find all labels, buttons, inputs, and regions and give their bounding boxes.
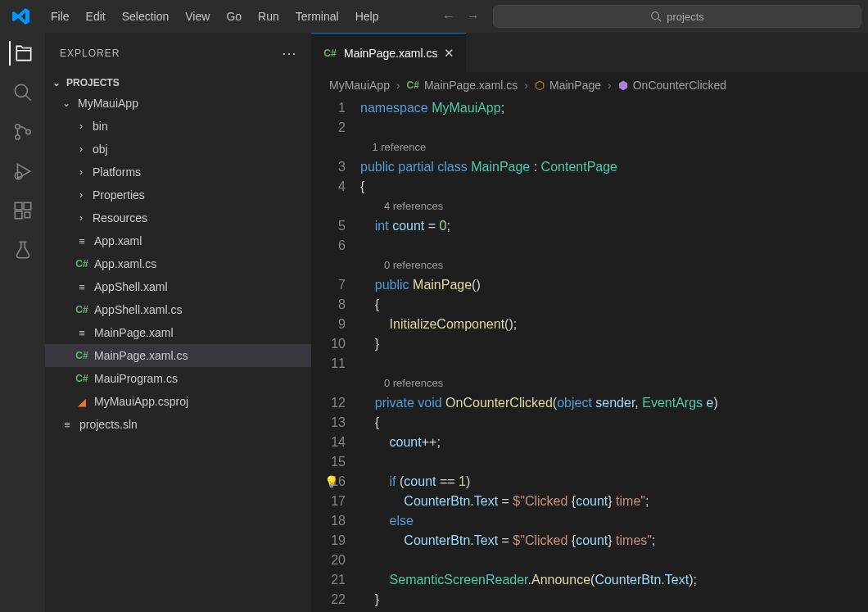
- code-line[interactable]: int count = 0;: [360, 216, 868, 236]
- folder-Properties[interactable]: ›Properties: [45, 184, 311, 206]
- activity-explorer-icon[interactable]: [9, 41, 35, 66]
- line-gutter: 1234567891011121314151617181920212223: [311, 98, 360, 612]
- svg-line-1: [658, 19, 662, 22]
- tree-label: App.xaml.cs: [94, 257, 156, 270]
- code-line[interactable]: else: [360, 511, 868, 531]
- activity-bar: [0, 33, 45, 612]
- menu-item-terminal[interactable]: Terminal: [287, 7, 347, 26]
- class-icon: ⬡: [535, 79, 545, 92]
- tree-label: obj: [93, 143, 108, 156]
- breadcrumb-item[interactable]: MyMauiApp: [329, 79, 390, 92]
- code-line[interactable]: }: [360, 334, 868, 354]
- method-icon: ⬢: [618, 79, 628, 92]
- code-line[interactable]: {: [360, 295, 868, 315]
- folder-obj[interactable]: ›obj: [45, 138, 311, 161]
- file-MainPage.xaml[interactable]: ≡MainPage.xaml: [45, 321, 311, 344]
- tree-label: AppShell.xaml.cs: [94, 303, 182, 316]
- code-line[interactable]: SemanticScreenReader.Announce(CounterBtn…: [360, 570, 868, 590]
- code-line[interactable]: [360, 551, 868, 570]
- menu-item-view[interactable]: View: [177, 7, 218, 26]
- codelens[interactable]: 4 references: [360, 197, 868, 216]
- activity-testing-icon[interactable]: [11, 238, 35, 262]
- file-MyMauiApp.csproj[interactable]: ◢MyMauiApp.csproj: [45, 390, 311, 413]
- codelens[interactable]: 0 references: [360, 256, 868, 275]
- code-line[interactable]: 💡 if (count == 1): [360, 472, 868, 492]
- tree-label: Properties: [93, 188, 145, 202]
- tree-label: MainPage.xaml.cs: [94, 349, 188, 362]
- explorer-section-header[interactable]: ⌄ PROJECTS: [45, 74, 311, 92]
- file-projects.sln[interactable]: ≡projects.sln: [45, 413, 311, 436]
- sidebar-more-icon[interactable]: ⋯: [282, 44, 296, 62]
- file-MainPage.xaml.cs[interactable]: C#MainPage.xaml.cs: [45, 344, 311, 367]
- menu-item-run[interactable]: Run: [250, 7, 287, 26]
- folder-Platforms[interactable]: ›Platforms: [45, 161, 311, 184]
- menu-item-file[interactable]: File: [43, 7, 78, 26]
- menu-item-go[interactable]: Go: [218, 7, 250, 26]
- command-center-search[interactable]: projects: [493, 5, 861, 28]
- file-App.xaml.cs[interactable]: C#App.xaml.cs: [45, 252, 311, 275]
- chevron-right-icon: ›: [75, 189, 88, 201]
- breadcrumb-item[interactable]: ⬡MainPage: [535, 79, 601, 92]
- code-line[interactable]: }: [360, 590, 868, 610]
- title-bar: FileEditSelectionViewGoRunTerminalHelp ←…: [0, 0, 868, 33]
- code-line[interactable]: InitializeComponent();: [360, 315, 868, 334]
- section-label: PROJECTS: [66, 77, 120, 88]
- code-line[interactable]: CounterBtn.Text = $"Clicked {count} time…: [360, 492, 868, 511]
- code-line[interactable]: public MainPage(): [360, 275, 868, 295]
- svg-line-3: [25, 95, 31, 101]
- menu-item-edit[interactable]: Edit: [78, 7, 114, 26]
- code-line[interactable]: [360, 236, 868, 256]
- activity-search-icon[interactable]: [11, 80, 35, 105]
- code-line[interactable]: namespace MyMauiApp;: [360, 98, 868, 118]
- code-line[interactable]: [360, 452, 868, 472]
- file-AppShell.xaml.cs[interactable]: C#AppShell.xaml.cs: [45, 298, 311, 321]
- chevron-right-icon: ›: [608, 79, 612, 92]
- close-icon[interactable]: ✕: [444, 46, 454, 61]
- tree-label: App.xaml: [94, 234, 142, 247]
- editor-tabs: C# MainPage.xaml.cs ✕: [311, 33, 868, 72]
- folder-bin[interactable]: ›bin: [45, 115, 311, 138]
- code-line[interactable]: {: [360, 177, 868, 197]
- vscode-logo-icon: [11, 7, 31, 26]
- lightbulb-icon[interactable]: 💡: [324, 472, 338, 492]
- chevron-right-icon: ›: [75, 166, 88, 178]
- nav-forward-icon[interactable]: →: [467, 9, 480, 24]
- codelens[interactable]: 1 reference: [360, 138, 868, 157]
- tree-label: MainPage.xaml: [94, 326, 174, 339]
- code-line[interactable]: [360, 354, 868, 374]
- svg-rect-11: [25, 212, 29, 218]
- activity-extensions-icon[interactable]: [11, 198, 35, 223]
- svg-point-6: [25, 129, 29, 134]
- code-line[interactable]: count++;: [360, 433, 868, 452]
- codelens[interactable]: 0 references: [360, 374, 868, 393]
- tree-label: Resources: [93, 211, 147, 224]
- file-MauiProgram.cs[interactable]: C#MauiProgram.cs: [45, 367, 311, 390]
- code-line[interactable]: CounterBtn.Text = $"Clicked {count} time…: [360, 531, 868, 551]
- code-line[interactable]: private void OnCounterClicked(object sen…: [360, 393, 868, 413]
- file-App.xaml[interactable]: ≡App.xaml: [45, 229, 311, 252]
- chevron-right-icon: ›: [75, 120, 88, 132]
- breadcrumbs[interactable]: MyMauiApp›C#MainPage.xaml.cs›⬡MainPage›⬢…: [311, 72, 868, 98]
- breadcrumb-item[interactable]: C#MainPage.xaml.cs: [407, 79, 518, 92]
- menu-item-selection[interactable]: Selection: [114, 7, 178, 26]
- editor-tab[interactable]: C# MainPage.xaml.cs ✕: [311, 33, 466, 72]
- file-AppShell.xaml[interactable]: ≡AppShell.xaml: [45, 275, 311, 298]
- nav-back-icon[interactable]: ←: [442, 9, 455, 24]
- svg-point-4: [15, 125, 19, 129]
- code-editor[interactable]: 1234567891011121314151617181920212223 na…: [311, 98, 868, 612]
- csharp-icon: C#: [323, 48, 337, 59]
- search-placeholder: projects: [667, 11, 704, 23]
- code-line[interactable]: {: [360, 413, 868, 433]
- svg-rect-10: [15, 211, 22, 219]
- menu-item-help[interactable]: Help: [347, 7, 387, 26]
- code-line[interactable]: [360, 118, 868, 138]
- tree-label: MyMauiApp: [78, 97, 138, 110]
- folder-MyMauiApp[interactable]: ⌄MyMauiApp: [45, 92, 311, 115]
- activity-source-control-icon[interactable]: [11, 120, 35, 144]
- folder-Resources[interactable]: ›Resources: [45, 206, 311, 229]
- activity-debug-icon[interactable]: [11, 159, 35, 184]
- editor-area: C# MainPage.xaml.cs ✕ MyMauiApp›C#MainPa…: [311, 33, 868, 612]
- code-body[interactable]: namespace MyMauiApp; 1 referencepublic p…: [360, 98, 868, 612]
- code-line[interactable]: public partial class MainPage : ContentP…: [360, 157, 868, 177]
- breadcrumb-item[interactable]: ⬢OnCounterClicked: [618, 79, 726, 92]
